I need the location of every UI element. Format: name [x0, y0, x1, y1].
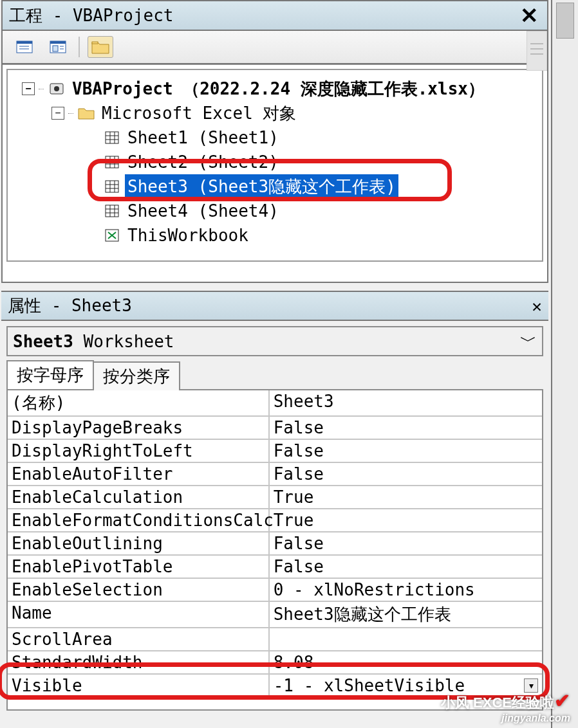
view-object-button[interactable] [45, 36, 71, 58]
object-type: Worksheet [73, 332, 174, 351]
svg-rect-17 [106, 156, 118, 168]
properties-grid: (名称)Sheet3 DisplayPageBreaksFalse Displa… [6, 389, 543, 711]
tree-item-sheet3[interactable]: Sheet3 (Sheet3隐藏这个工作表) [125, 174, 398, 199]
view-code-button[interactable] [12, 36, 37, 58]
collapse-icon[interactable]: − [22, 82, 35, 95]
prop-name: Name [8, 602, 270, 627]
scrollbar[interactable] [527, 31, 547, 71]
object-name: Sheet3 [13, 332, 73, 351]
project-explorer-title: 工程 - VBAProject [9, 5, 174, 27]
prop-value[interactable]: Sheet3 [270, 390, 542, 415]
chevron-down-icon[interactable]: ﹀ [520, 330, 537, 352]
side-gutter [551, 0, 578, 728]
svg-rect-27 [106, 205, 118, 217]
prop-name: EnableOutlining [8, 532, 270, 554]
prop-value[interactable]: True [270, 509, 542, 531]
worksheet-icon [103, 130, 121, 145]
svg-rect-9 [92, 42, 98, 44]
close-icon[interactable]: ✕ [517, 4, 541, 27]
prop-value[interactable]: False [270, 532, 542, 554]
svg-rect-1 [17, 41, 32, 44]
properties-titlebar: 属性 - Sheet3 ✕ [1, 291, 548, 321]
prop-value[interactable]: False [270, 417, 542, 439]
tab-alphabetic[interactable]: 按字母序 [6, 360, 94, 389]
prop-name: StandardWidth [8, 651, 270, 673]
prop-value[interactable]: Sheet3隐藏这个工作表 [270, 602, 542, 627]
prop-name: EnableSelection [8, 579, 270, 601]
prop-value[interactable]: False [270, 556, 542, 578]
prop-name: EnablePivotTable [8, 556, 270, 578]
prop-name-visible: Visible [8, 675, 270, 696]
prop-value[interactable]: 8.08 [270, 651, 542, 673]
worksheet-icon [103, 203, 121, 219]
close-icon[interactable]: ✕ [532, 296, 542, 316]
toggle-folders-button[interactable] [88, 36, 113, 58]
prop-value[interactable]: 0 - xlNoRestrictions [270, 579, 542, 601]
svg-rect-5 [50, 41, 66, 44]
watermark-url: jingyanla.com [441, 713, 570, 724]
watermark: 小风 EXCE经验啦✔ jingyanla.com [441, 689, 570, 724]
prop-name: DisplayRightToLeft [8, 440, 270, 462]
prop-name: EnableAutoFilter [8, 463, 270, 485]
prop-value[interactable]: False [270, 463, 542, 485]
svg-point-11 [54, 86, 59, 91]
worksheet-icon [103, 154, 121, 170]
tree-item-sheet2[interactable]: Sheet2 (Sheet2) [125, 150, 281, 174]
collapse-icon[interactable]: − [51, 107, 64, 120]
tree-root[interactable]: VBAProject （2022.2.24 深度隐藏工作表.xlsx） [70, 77, 487, 101]
prop-value[interactable] [270, 628, 542, 650]
tree-folder-excel-objects[interactable]: Microsoft Excel 对象 [99, 101, 299, 125]
prop-name: ScrollArea [8, 628, 270, 650]
project-toolbar [3, 31, 547, 64]
folder-icon [77, 105, 95, 121]
tab-categorized[interactable]: 按分类序 [93, 361, 180, 390]
tree-item-thisworkbook[interactable]: ThisWorkbook [125, 223, 251, 248]
prop-value[interactable]: True [270, 486, 542, 508]
watermark-text: 小风 EXCE经验啦 [441, 695, 554, 711]
prop-name: EnableFormatConditionsCalc [8, 509, 270, 531]
prop-name: (名称) [8, 390, 270, 415]
vba-project-icon [48, 81, 66, 96]
worksheet-icon [103, 179, 121, 194]
tree-item-sheet4[interactable]: Sheet4 (Sheet4) [125, 199, 281, 223]
svg-rect-22 [106, 181, 118, 192]
svg-rect-33 [527, 31, 547, 71]
svg-rect-6 [53, 46, 58, 51]
prop-value[interactable]: False [270, 440, 542, 462]
prop-name: EnableCalculation [8, 486, 270, 508]
object-selector[interactable]: Sheet3 Worksheet ﹀ [6, 326, 543, 356]
workbook-icon [103, 228, 121, 243]
tree-item-sheet1[interactable]: Sheet1 (Sheet1) [125, 125, 281, 150]
prop-name: DisplayPageBreaks [8, 417, 270, 439]
svg-rect-12 [106, 132, 118, 143]
checkmark-icon: ✔ [554, 690, 570, 711]
visible-value-text: -1 - xlSheetVisible [274, 676, 465, 695]
properties-title: 属性 - Sheet3 [8, 295, 132, 317]
project-explorer-titlebar: 工程 - VBAProject ✕ [3, 1, 547, 31]
